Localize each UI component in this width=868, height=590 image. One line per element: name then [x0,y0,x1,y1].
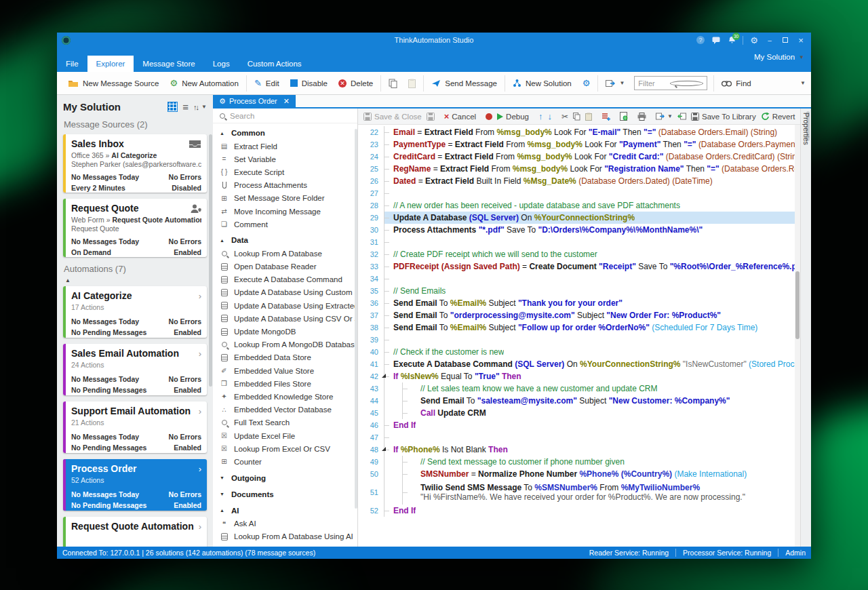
title-bar[interactable]: ThinkAutomation Studio ? 30 ⚙ – × [57,33,811,47]
move-down-button[interactable]: ↓ [547,111,552,121]
new-automation-button[interactable]: ⚙ New Automation [165,75,244,92]
import-automation-button[interactable] [677,113,686,120]
print-button[interactable] [637,113,646,121]
close-tab-icon[interactable]: ✕ [283,97,290,106]
action-item[interactable]: ❏ Comment [213,218,357,231]
action-item[interactable]: ❒ Embedded Files Store [213,377,357,390]
code-line[interactable]: 24 CreditCard = Extract Field From %msg_… [358,151,800,163]
code-line[interactable]: 25 RegName = Extract Field From %msg_bod… [358,163,800,175]
action-item[interactable]: Update A Database Using Extracted Fields [213,299,357,312]
code-line[interactable]: 37 Send Email To "orderprocessing@mysite… [358,309,800,321]
section-header-ai[interactable]: ▲ AI [213,501,357,517]
section-header-documents[interactable]: ▼ Documents [213,485,357,501]
export-automation-button[interactable]: ▼ [656,113,673,120]
action-item[interactable]: Lookup From A Database [213,247,357,260]
sort-icon[interactable]: ↑↓ [193,103,198,111]
action-item[interactable]: Process Attachments [213,179,357,192]
automation-card[interactable]: AI Categorize› 17 Actions No Messages To… [63,286,207,338]
editor-scrollbar-thumb[interactable] [795,271,800,339]
cancel-button[interactable]: × Cancel [444,111,476,121]
action-item[interactable]: ▤ Extract Field [213,140,357,153]
action-item[interactable]: ∴ Embedded Vector Database [213,404,357,416]
code-line[interactable]: 28 // A new order has been received - up… [358,199,800,212]
action-item[interactable]: ☒ Lookup From Excel Or CSV [213,442,357,455]
code-line[interactable]: 49 // Send text message to customer if p… [358,456,800,468]
settings-gear-icon[interactable]: ⚙ [749,35,759,45]
tab-message-store[interactable]: Message Store [134,56,203,72]
chevron-right-icon[interactable]: › [199,349,201,359]
code-line[interactable]: 35 // Send Emails [358,285,800,297]
action-item[interactable]: ✦ Embedded Knowledge Store [213,390,357,403]
action-item[interactable]: ⊞ Set Message Store Folder [213,192,357,205]
chevron-right-icon[interactable]: › [199,291,201,301]
action-item[interactable]: Update A Database Using CSV Or Json [213,312,357,325]
properties-tab[interactable]: Properties [802,113,810,145]
help-icon[interactable]: ? [696,35,705,45]
action-item[interactable]: Execute A Database Command [213,273,357,286]
grid-view-icon[interactable] [167,102,178,112]
code-line[interactable]: 23 PaymentType = Extract Field From %msg… [358,138,800,151]
action-item[interactable]: Embedded Data Store [213,351,357,364]
collapse-block-icon[interactable] [382,447,386,451]
edit-button[interactable]: ✎ Edit [249,75,285,92]
toolbar-overflow-caret[interactable]: ▼ [800,80,806,86]
code-line[interactable]: 51 Twilio Send SMS Message To %SMSNumber… [358,480,800,505]
code-line[interactable]: 45 Call Update CRM [358,407,800,419]
code-line[interactable]: 50 SMSNumber = Normalize Phone Number %P… [358,468,800,480]
action-item[interactable]: Lookup From A MongoDB Database [213,338,357,351]
code-line[interactable]: 36 Send Email To %Email% Subject "Thank … [358,297,800,309]
insert-action-button[interactable] [601,113,610,121]
code-line[interactable]: 41 Execute A Database Command (SQL Serve… [358,358,800,370]
tab-file[interactable]: File [57,56,87,72]
automation-card[interactable]: Request Quote Automation› [63,517,207,547]
code-line[interactable]: 47 [358,431,800,444]
tab-logs[interactable]: Logs [204,56,239,72]
action-item[interactable]: Full Text Search [213,416,357,429]
action-item[interactable]: Update MongoDB [213,325,357,338]
paste-button[interactable] [403,75,421,92]
automations-header[interactable]: Automations (7) [64,264,207,274]
move-up-button[interactable]: ↑ [538,111,543,121]
code-line[interactable]: 34 [358,273,800,285]
save-button[interactable] [427,113,435,121]
code-line[interactable]: 33 PDFReceipt (Assign Saved Path) = Crea… [358,260,800,273]
find-button[interactable]: Find [716,75,756,92]
save-close-button[interactable]: Save & Close [363,113,422,121]
send-message-button[interactable]: Send Message [426,75,502,92]
action-item[interactable]: ❝ Ask AI [213,517,357,530]
action-item[interactable]: Update A Database Using Custom SQL [213,286,357,299]
section-header-data[interactable]: ▲ Data [213,231,357,247]
action-item[interactable]: = Set Variable [213,153,357,165]
automation-code-area[interactable]: 22 Email = Extract Field From %msg_body%… [358,125,800,547]
action-item[interactable]: Lookup From A Database Using AI [213,530,357,543]
solution-settings-gear-icon[interactable]: ⚙ [577,75,596,92]
actions-scrollbar[interactable] [355,129,357,509]
breakpoint-button[interactable] [486,113,492,120]
new-solution-button[interactable]: New Solution [507,75,577,92]
revert-button[interactable]: Revert [761,112,795,121]
code-line[interactable]: 46 End If [358,419,800,431]
list-view-icon[interactable]: ≡ [182,102,189,112]
code-line[interactable]: 39 [358,334,800,346]
action-item[interactable]: { } Execute Script [213,165,357,178]
copy-button[interactable] [573,113,580,121]
tab-process-order[interactable]: ⚙ Process Order ✕ [213,95,296,107]
new-message-source-button[interactable]: New Message Source [62,75,165,92]
section-header-common[interactable]: ▲ Common [213,123,357,140]
tab-custom-actions[interactable]: Custom Actions [239,56,311,72]
maximize-button[interactable] [781,35,790,45]
action-item[interactable]: Open Database Reader [213,260,357,273]
action-item[interactable]: ⊞ Counter [213,455,357,468]
code-line[interactable]: 31 [358,236,800,248]
code-line[interactable]: 44 Send Email To "salesteam@mysite.com" … [358,395,800,407]
debug-button[interactable]: Debug [497,113,529,121]
chevron-right-icon[interactable]: › [199,464,201,474]
save-to-library-button[interactable]: Save To Library [691,113,756,121]
actions-search-input[interactable]: Search [213,109,357,123]
sidebar-scrollbar[interactable] [209,134,212,387]
automation-card[interactable]: Sales Email Automation› 24 Actions No Me… [63,344,207,395]
export-button[interactable]: ▼ [600,75,630,92]
cut-button[interactable]: ✂ [561,112,568,121]
code-line[interactable]: 29 Update A Database (SQL Server) On %Yo… [358,212,800,224]
code-line[interactable]: 27 [358,187,800,199]
